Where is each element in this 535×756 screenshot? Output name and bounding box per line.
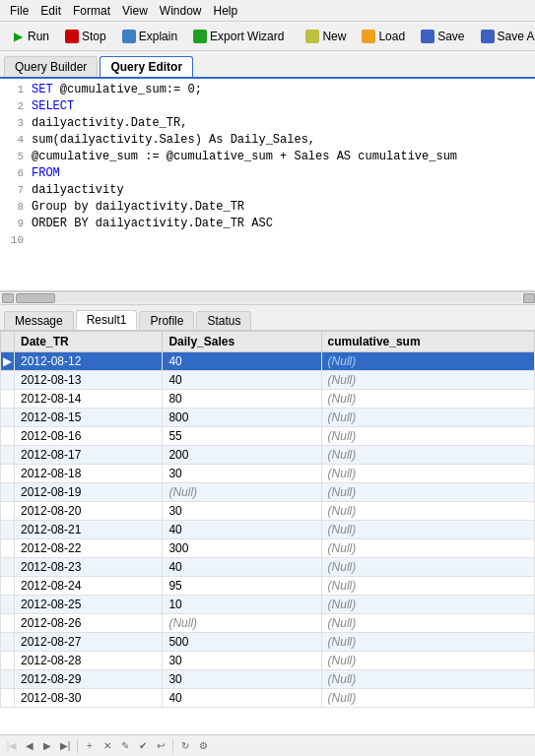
cell-date: 2012-08-29 bbox=[15, 670, 163, 689]
cell-date: 2012-08-17 bbox=[15, 446, 163, 465]
save-label: Save bbox=[437, 30, 464, 43]
save-button[interactable]: Save bbox=[414, 27, 471, 46]
nav-refresh-btn[interactable]: ↻ bbox=[177, 738, 193, 754]
nav-add-btn[interactable]: + bbox=[82, 738, 98, 754]
tab-message[interactable]: Message bbox=[4, 311, 74, 330]
cell-sales: 40 bbox=[163, 558, 321, 577]
cell-date: 2012-08-30 bbox=[15, 689, 163, 708]
row-indicator bbox=[1, 577, 15, 596]
table-row[interactable]: 2012-08-2510(Null) bbox=[1, 596, 535, 614]
table-row[interactable]: 2012-08-2030(Null) bbox=[1, 502, 535, 521]
nav-first-btn[interactable]: |◀ bbox=[4, 738, 20, 754]
row-indicator bbox=[1, 670, 15, 689]
table-row[interactable]: 2012-08-2830(Null) bbox=[1, 652, 535, 670]
table-row[interactable]: 2012-08-2495(Null) bbox=[1, 577, 535, 596]
editor-scrollbar[interactable] bbox=[0, 291, 535, 305]
saveas-button[interactable]: Save As bbox=[474, 27, 536, 46]
nav-bar: |◀ ◀ ▶ ▶| + ✕ ✎ ✔ ↩ ↻ ⚙ bbox=[0, 734, 535, 756]
result-tabs: Message Result1 Profile Status bbox=[0, 305, 535, 331]
tab-status[interactable]: Status bbox=[196, 311, 251, 330]
table-row[interactable]: 2012-08-26(Null)(Null) bbox=[1, 614, 535, 633]
table-row[interactable]: 2012-08-2140(Null) bbox=[1, 521, 535, 539]
menu-view[interactable]: View bbox=[116, 2, 154, 20]
explain-button[interactable]: Explain bbox=[115, 27, 184, 46]
cell-date: 2012-08-21 bbox=[15, 521, 163, 539]
run-button[interactable]: Run bbox=[4, 27, 56, 46]
row-indicator bbox=[1, 371, 15, 390]
nav-delete-btn[interactable]: ✕ bbox=[100, 738, 115, 754]
row-indicator bbox=[1, 689, 15, 708]
menu-help[interactable]: Help bbox=[208, 2, 244, 20]
menu-file[interactable]: File bbox=[4, 2, 34, 20]
table-row[interactable]: 2012-08-1340(Null) bbox=[1, 371, 535, 390]
menu-format[interactable]: Format bbox=[67, 2, 116, 20]
nav-save-btn[interactable]: ✔ bbox=[135, 738, 151, 754]
export-button[interactable]: Export Wizard bbox=[186, 27, 291, 46]
row-indicator bbox=[1, 539, 15, 558]
nav-next-btn[interactable]: ▶ bbox=[39, 738, 55, 754]
cell-date: 2012-08-22 bbox=[15, 539, 163, 558]
cell-sales: 800 bbox=[163, 409, 321, 427]
table-row[interactable]: 2012-08-2930(Null) bbox=[1, 670, 535, 689]
col-header-cumulative-sum: cumulative_sum bbox=[321, 332, 534, 352]
table-row[interactable]: 2012-08-15800(Null) bbox=[1, 409, 535, 427]
table-row[interactable]: 2012-08-22300(Null) bbox=[1, 539, 535, 558]
nav-last-btn[interactable]: ▶| bbox=[57, 738, 73, 754]
table-row[interactable]: 2012-08-1830(Null) bbox=[1, 465, 535, 483]
row-indicator bbox=[1, 465, 15, 483]
table-row[interactable]: 2012-08-3040(Null) bbox=[1, 689, 535, 708]
row-indicator bbox=[1, 446, 15, 465]
tab-profile[interactable]: Profile bbox=[139, 311, 194, 330]
nav-settings-btn[interactable]: ⚙ bbox=[195, 738, 211, 754]
cell-date: 2012-08-14 bbox=[15, 390, 163, 409]
cell-date: 2012-08-25 bbox=[15, 596, 163, 614]
saveas-label: Save As bbox=[498, 30, 536, 43]
cell-cumulative: (Null) bbox=[321, 427, 534, 446]
nav-prev-btn[interactable]: ◀ bbox=[22, 738, 37, 754]
code-editor[interactable]: 1 SET @cumulative_sum:= 0; 2 SELECT 3 da… bbox=[0, 79, 535, 291]
table-row[interactable]: 2012-08-1655(Null) bbox=[1, 427, 535, 446]
cell-sales: (Null) bbox=[163, 614, 321, 633]
table-row[interactable]: 2012-08-17200(Null) bbox=[1, 446, 535, 465]
cell-sales: 40 bbox=[163, 352, 321, 371]
cell-date: 2012-08-13 bbox=[15, 371, 163, 390]
export-icon bbox=[193, 30, 207, 43]
result-table-container[interactable]: Date_TR Daily_Sales cumulative_sum ▶2012… bbox=[0, 331, 535, 734]
nav-cancel-btn[interactable]: ↩ bbox=[153, 738, 168, 754]
tab-query-editor[interactable]: Query Editor bbox=[100, 56, 193, 77]
cell-cumulative: (Null) bbox=[321, 670, 534, 689]
row-indicator bbox=[1, 390, 15, 409]
new-button[interactable]: New bbox=[299, 27, 353, 46]
menu-window[interactable]: Window bbox=[154, 2, 208, 20]
tab-result1[interactable]: Result1 bbox=[76, 310, 138, 330]
row-indicator bbox=[1, 614, 15, 633]
table-row[interactable]: ▶2012-08-1240(Null) bbox=[1, 352, 535, 371]
results-section: Message Result1 Profile Status Date_TR D… bbox=[0, 305, 535, 756]
nav-edit-btn[interactable]: ✎ bbox=[117, 738, 133, 754]
table-row[interactable]: 2012-08-19(Null)(Null) bbox=[1, 483, 535, 502]
menu-edit[interactable]: Edit bbox=[34, 2, 67, 20]
scroll-left-btn[interactable] bbox=[2, 293, 14, 303]
stop-button[interactable]: Stop bbox=[58, 27, 113, 46]
stop-label: Stop bbox=[82, 30, 106, 43]
tab-query-builder[interactable]: Query Builder bbox=[4, 56, 98, 77]
run-icon bbox=[11, 30, 25, 43]
cell-sales: 30 bbox=[163, 670, 321, 689]
table-row[interactable]: 2012-08-2340(Null) bbox=[1, 558, 535, 577]
export-label: Export Wizard bbox=[210, 30, 284, 43]
load-button[interactable]: Load bbox=[355, 27, 412, 46]
cell-cumulative: (Null) bbox=[321, 596, 534, 614]
scroll-right-btn[interactable] bbox=[523, 293, 535, 303]
cell-cumulative: (Null) bbox=[321, 409, 534, 427]
code-line-8: 8 Group by dailyactivity.Date_TR bbox=[0, 200, 535, 217]
scroll-track[interactable] bbox=[16, 293, 521, 303]
col-header-indicator bbox=[1, 332, 15, 352]
cell-cumulative: (Null) bbox=[321, 465, 534, 483]
menubar: File Edit Format View Window Help bbox=[0, 0, 535, 22]
scroll-thumb[interactable] bbox=[16, 293, 55, 303]
row-indicator: ▶ bbox=[1, 352, 15, 371]
table-row[interactable]: 2012-08-1480(Null) bbox=[1, 390, 535, 409]
table-row[interactable]: 2012-08-27500(Null) bbox=[1, 633, 535, 652]
row-indicator bbox=[1, 652, 15, 670]
cell-cumulative: (Null) bbox=[321, 689, 534, 708]
